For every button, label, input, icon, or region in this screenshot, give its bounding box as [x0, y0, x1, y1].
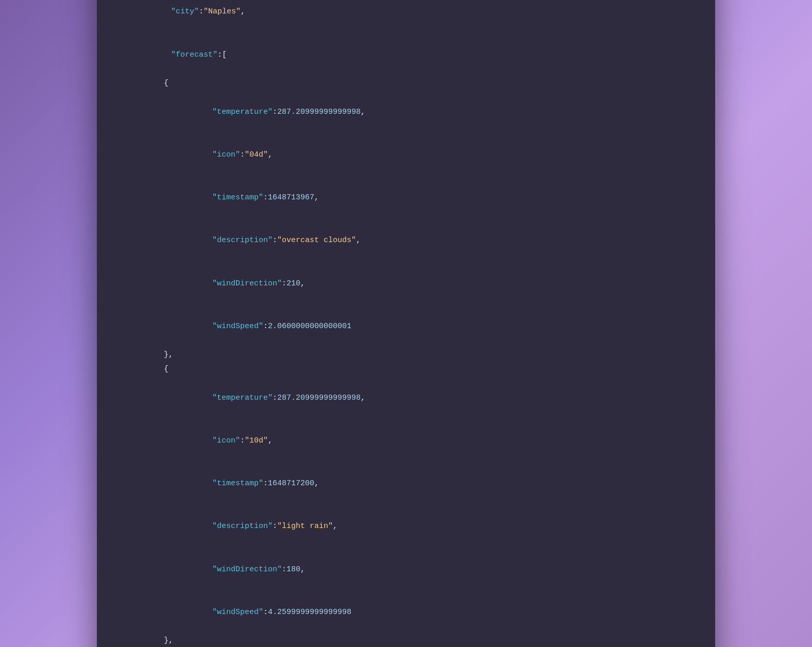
windSpeed1-value: 2.0600000000000001: [268, 322, 351, 331]
temp1-line: "temperature":287.20999999999998,: [123, 91, 689, 133]
colon-2: :[: [217, 50, 227, 59]
icon1-key: "icon": [212, 150, 240, 159]
comma-1: ,: [241, 7, 245, 16]
icon1-value: "04d": [245, 150, 268, 159]
temp1-value: 287.20999999999998: [277, 108, 361, 116]
windDir1-key: "windDirection": [212, 279, 282, 288]
description1-value: "overcast clouds": [277, 236, 356, 245]
obj2-close: },: [123, 634, 689, 647]
temp2-key: "temperature": [212, 394, 273, 402]
windDir2-value: 180: [286, 565, 300, 574]
timestamp1-key: "timestamp": [212, 193, 263, 202]
icon2-line: "icon":"10d",: [123, 419, 689, 462]
obj2-open: {: [123, 362, 689, 377]
colon-1: :: [199, 7, 204, 16]
timestamp1-value: 1648713967: [268, 193, 314, 202]
description2-key: "description": [212, 522, 273, 531]
timestamp1-line: "timestamp":1648713967,: [123, 176, 689, 219]
obj1-close: },: [123, 348, 689, 362]
windSpeed2-value: 4.2599999999999998: [268, 608, 351, 617]
windDir2-key: "windDirection": [212, 565, 282, 574]
icon1-line: "icon":"04d",: [123, 133, 689, 176]
description2-line: "description":"light rain",: [123, 505, 689, 548]
windSpeed1-key: "windSpeed": [212, 322, 263, 331]
timestamp2-key: "timestamp": [212, 479, 263, 488]
description1-key: "description": [212, 236, 273, 245]
windDir2-line: "windDirection":180,: [123, 548, 689, 591]
windSpeed1-line: "windSpeed":2.0600000000000001: [123, 305, 689, 348]
terminal-window: /weather { "city":"Naples", "forecast":[…: [97, 0, 715, 647]
windDir1-value: 210: [286, 279, 300, 288]
forecast-key: "forecast": [171, 50, 217, 59]
icon2-value: "10d": [245, 436, 268, 445]
temp1-key: "temperature": [212, 108, 273, 116]
temp2-value: 287.20999999999998: [277, 394, 361, 402]
city-line: "city":"Naples",: [123, 0, 689, 33]
timestamp2-value: 1648717200: [268, 479, 314, 488]
description1-line: "description":"overcast clouds",: [123, 219, 689, 262]
icon2-key: "icon": [212, 436, 240, 445]
city-value: "Naples": [204, 7, 241, 16]
description2-value: "light rain": [277, 522, 333, 531]
windDir1-line: "windDirection":210,: [123, 262, 689, 305]
temp2-line: "temperature":287.20999999999998,: [123, 377, 689, 419]
windSpeed2-key: "windSpeed": [212, 608, 263, 617]
forecast-line: "forecast":[: [123, 33, 689, 76]
city-key: "city": [171, 7, 199, 16]
obj1-open: {: [123, 76, 689, 91]
json-content: { "city":"Naples", "forecast":[ { "tempe…: [97, 0, 715, 647]
windSpeed2-line: "windSpeed":4.2599999999999998: [123, 591, 689, 634]
timestamp2-line: "timestamp":1648717200,: [123, 462, 689, 505]
